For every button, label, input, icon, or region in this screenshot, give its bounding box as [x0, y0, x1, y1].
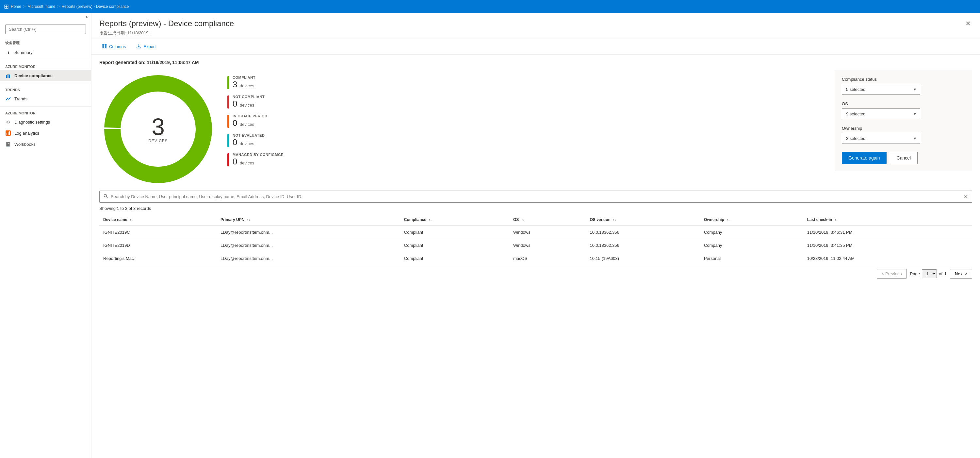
- close-button[interactable]: ✕: [964, 18, 972, 29]
- page-select[interactable]: 1: [922, 270, 937, 278]
- os-dropdown[interactable]: 9 selected ▾: [842, 108, 920, 119]
- legend-configmgr: MANAGED BY CONFIGMGR 0 devices: [228, 153, 283, 167]
- sort-icon-compliance: ↑↓: [429, 218, 432, 222]
- donut-label: DEVICES: [148, 139, 168, 143]
- legend-count-grace: 0 devices: [232, 118, 267, 128]
- cell-device-name: IGNITE2019C: [99, 225, 216, 239]
- ownership-dropdown[interactable]: 3 selected ▾: [842, 133, 920, 144]
- chart-icon: [5, 73, 11, 78]
- table-section: ✕ Showing 1 to 3 of 3 records Device nam…: [99, 191, 972, 279]
- col-header-primary-upn[interactable]: Primary UPN ↑↓: [216, 214, 400, 225]
- table-row: IGNITE2019DLDay@reportmsftem.onm...Compl…: [99, 239, 972, 252]
- filter-actions: Generate again Cancel: [842, 152, 966, 164]
- col-header-last-checkin[interactable]: Last check-in ↑↓: [803, 214, 972, 225]
- filter-panel: Compliance status 5 selected ▾ OS 9 sele…: [835, 70, 972, 171]
- sidebar-item-log-analytics[interactable]: Log analytics: [0, 128, 91, 139]
- table-search-input[interactable]: [111, 194, 961, 199]
- search-clear-icon[interactable]: ✕: [964, 193, 968, 200]
- legend-not-evaluated: NOT EVALUATED 0 devices: [228, 133, 283, 147]
- cell-device-name: IGNITE2019D: [99, 239, 216, 252]
- sidebar-item-diagnostic[interactable]: ⚙ Diagnostic settings: [0, 116, 91, 128]
- filter-row-ownership: Ownership 3 selected ▾: [842, 126, 966, 144]
- ownership-value: 3 selected: [846, 136, 865, 141]
- data-table: Device name ↑↓ Primary UPN ↑↓ Compliance…: [99, 214, 972, 265]
- collapse-icon: ‹‹: [86, 14, 89, 19]
- col-header-os-version[interactable]: OS version ↑↓: [586, 214, 700, 225]
- legend-text-compliant: COMPLIANT 3 devices: [232, 75, 255, 89]
- info-icon: ℹ: [5, 49, 11, 55]
- search-bar-container: ✕: [99, 191, 972, 203]
- sidebar-section-device: 设备管理 ℹ Summary: [0, 38, 91, 58]
- legend-not-compliant: NOT COMPLIANT 0 devices: [228, 95, 283, 109]
- page-header: Reports (preview) - Device compliance ✕ …: [91, 13, 980, 39]
- svg-rect-9: [105, 44, 107, 48]
- svg-rect-5: [8, 132, 8, 135]
- breadcrumb-intune[interactable]: Microsoft Intune: [27, 4, 55, 9]
- page-info: Page 1 of 1: [910, 270, 947, 278]
- next-button[interactable]: Next >: [950, 269, 972, 279]
- search-icon: [103, 194, 108, 199]
- cell-os: Windows: [509, 225, 586, 239]
- sidebar-collapse-btn[interactable]: ‹‹: [0, 13, 91, 21]
- svg-rect-6: [9, 131, 10, 135]
- sidebar-item-workbooks[interactable]: 📓 Workbooks: [0, 139, 91, 150]
- columns-button[interactable]: Columns: [99, 42, 128, 51]
- filter-row-os: OS 9 selected ▾: [842, 101, 966, 119]
- sidebar-search-container: [0, 21, 91, 38]
- chevron-down-icon-ownership: ▾: [914, 136, 916, 141]
- svg-rect-10: [137, 47, 141, 48]
- col-header-ownership[interactable]: Ownership ↑↓: [700, 214, 803, 225]
- svg-rect-8: [104, 44, 105, 48]
- legend-bar-grace: [228, 115, 229, 128]
- search-input[interactable]: [5, 24, 86, 34]
- legend-bar-not-evaluated: [228, 134, 229, 147]
- export-button[interactable]: Export: [134, 42, 158, 51]
- cell-compliance: Compliant: [400, 239, 509, 252]
- previous-button[interactable]: < Previous: [877, 269, 907, 279]
- table-row: Reporting's MacLDay@reportmsftem.onm...C…: [99, 252, 972, 265]
- col-header-device-name[interactable]: Device name ↑↓: [99, 214, 216, 225]
- cancel-button[interactable]: Cancel: [890, 152, 918, 164]
- sidebar-item-device-compliance[interactable]: Device compliance: [0, 70, 91, 81]
- generate-again-button[interactable]: Generate again: [842, 152, 886, 164]
- col-header-compliance[interactable]: Compliance ↑↓: [400, 214, 509, 225]
- legend-count-not-compliant: 0 devices: [232, 99, 265, 109]
- report-timestamp: Report generated on: 11/18/2019, 11:06:4…: [99, 60, 972, 65]
- cell-primary-upn: LDay@reportmsftem.onm...: [216, 239, 400, 252]
- cell-last-checkin: 11/10/2019, 3:41:35 PM: [803, 239, 972, 252]
- sidebar-section-monitor: Azure Monitor Device compliance: [0, 62, 91, 81]
- export-label: Export: [143, 44, 156, 49]
- pagination: < Previous Page 1 of 1 Next >: [99, 269, 972, 279]
- sidebar-item-trends[interactable]: Trends: [0, 93, 91, 104]
- report-main: Report generated on: 11/18/2019, 11:06:4…: [91, 54, 980, 458]
- svg-rect-0: [6, 75, 7, 78]
- svg-rect-7: [102, 44, 103, 48]
- legend-bar-configmgr: [228, 153, 229, 166]
- sidebar-section-azure: Azure monitor ⚙ Diagnostic settings Log …: [0, 109, 91, 150]
- cell-compliance: Compliant: [400, 225, 509, 239]
- breadcrumb-home[interactable]: Home: [11, 4, 21, 9]
- compliance-status-dropdown[interactable]: 5 selected ▾: [842, 84, 920, 95]
- cell-ownership: Company: [700, 225, 803, 239]
- sort-icon-os: ↑↓: [521, 218, 525, 222]
- sort-icon-upn: ↑↓: [247, 218, 250, 222]
- columns-label: Columns: [109, 44, 126, 49]
- sidebar-divider-2: [0, 83, 91, 83]
- breadcrumb-current: Reports (preview) - Device compliance: [61, 4, 129, 9]
- svg-rect-4: [6, 133, 7, 135]
- book-icon: 📓: [5, 141, 11, 147]
- content-area: Reports (preview) - Device compliance ✕ …: [91, 13, 980, 458]
- sort-icon-device: ↑↓: [130, 218, 133, 222]
- cell-ownership: Company: [700, 239, 803, 252]
- legend-grace-period: IN GRACE PERIOD 0 devices: [228, 114, 283, 128]
- legend-text-not-evaluated: NOT EVALUATED 0 devices: [232, 133, 265, 147]
- app-logo: ⊞: [4, 3, 9, 10]
- breadcrumb: Home > Microsoft Intune > Reports (previ…: [11, 4, 129, 9]
- col-header-os[interactable]: OS ↑↓: [509, 214, 586, 225]
- filter-label-ownership: Ownership: [842, 126, 966, 131]
- sidebar-divider-3: [0, 106, 91, 107]
- sidebar-item-summary[interactable]: ℹ Summary: [0, 47, 91, 58]
- cell-last-checkin: 10/28/2019, 11:02:44 AM: [803, 252, 972, 265]
- svg-point-15: [104, 195, 107, 197]
- settings-icon: ⚙: [5, 119, 11, 125]
